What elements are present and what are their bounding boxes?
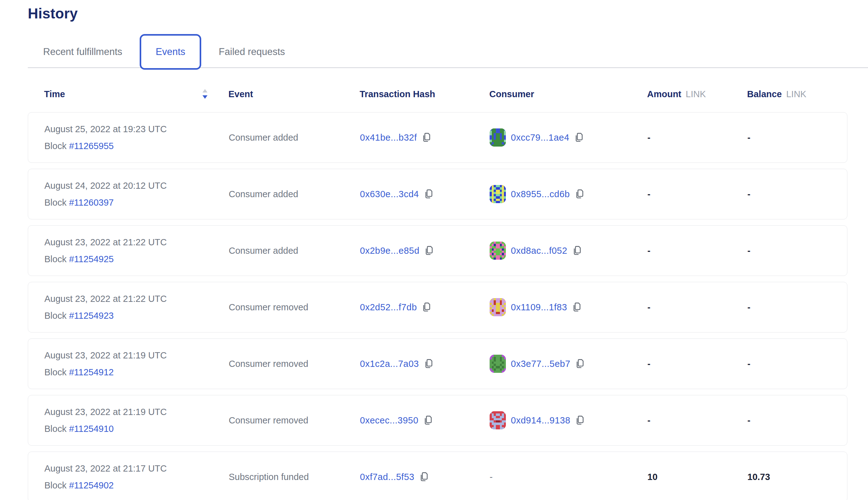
block-number-link[interactable]: #11254923 bbox=[69, 311, 114, 321]
copy-button[interactable] bbox=[419, 471, 429, 482]
event-row: August 23, 2022 at 21:19 UTCBlock #11254… bbox=[28, 339, 847, 389]
event-type-label: Consumer removed bbox=[229, 359, 308, 369]
tab-recent-fulfillments[interactable]: Recent fulfillments bbox=[40, 46, 125, 57]
page-title: History bbox=[28, 5, 868, 22]
row-timestamp: August 25, 2022 at 19:23 UTC bbox=[44, 124, 229, 134]
balance-cell: - bbox=[747, 133, 847, 143]
copy-button[interactable] bbox=[423, 415, 433, 426]
event-header-label: Event bbox=[228, 89, 253, 99]
transaction-hash-link[interactable]: 0xf7ad...5f53 bbox=[360, 472, 414, 482]
amount-cell: - bbox=[648, 189, 747, 200]
block-number-link[interactable]: #11254925 bbox=[69, 254, 114, 264]
balance-value: - bbox=[747, 359, 751, 369]
copy-button[interactable] bbox=[574, 189, 584, 200]
block-number-link[interactable]: #11254912 bbox=[69, 367, 114, 377]
copy-button[interactable] bbox=[575, 415, 585, 426]
consumer-address-link[interactable]: 0x8955...cd6b bbox=[511, 189, 570, 200]
event-type-label: Consumer added bbox=[229, 133, 298, 143]
block-line: Block #11265955 bbox=[44, 141, 229, 151]
copy-button[interactable] bbox=[421, 302, 431, 313]
block-line: Block #11254923 bbox=[44, 311, 229, 321]
time-cell: August 23, 2022 at 21:19 UTCBlock #11254… bbox=[44, 407, 229, 434]
balance-cell: - bbox=[747, 246, 847, 256]
sort-descending-icon[interactable] bbox=[202, 88, 208, 100]
balance-value: - bbox=[747, 415, 751, 425]
time-cell: August 25, 2022 at 19:23 UTCBlock #11265… bbox=[44, 124, 229, 151]
event-cell: Subscription funded bbox=[229, 472, 360, 482]
consumer-cell: 0xd914...9138 bbox=[490, 411, 648, 429]
transaction-hash-link[interactable]: 0xecec...3950 bbox=[360, 415, 418, 425]
consumer-address-link[interactable]: 0xcc79...1ae4 bbox=[511, 133, 569, 143]
block-number-link[interactable]: #11254910 bbox=[69, 424, 114, 434]
consumer-address-link[interactable]: 0x3e77...5eb7 bbox=[511, 359, 570, 369]
transaction-hash-link[interactable]: 0x41be...b32f bbox=[360, 133, 417, 143]
tab-events[interactable]: Events bbox=[140, 34, 201, 70]
balance-unit-label: LINK bbox=[786, 89, 806, 99]
events-table-body: August 25, 2022 at 19:23 UTCBlock #11265… bbox=[28, 112, 868, 500]
copy-button[interactable] bbox=[575, 358, 585, 370]
block-line: Block #11260397 bbox=[44, 197, 229, 208]
column-header-consumer: Consumer bbox=[489, 89, 647, 99]
event-cell: Consumer added bbox=[229, 246, 360, 256]
consumer-identicon bbox=[490, 241, 506, 260]
copy-icon bbox=[419, 471, 429, 482]
consumer-cell: 0xcc79...1ae4 bbox=[490, 128, 648, 147]
copy-icon bbox=[421, 132, 431, 143]
transaction-hash-link[interactable]: 0x2d52...f7db bbox=[360, 302, 417, 312]
consumer-address-link[interactable]: 0xd8ac...f052 bbox=[511, 246, 568, 256]
transaction-hash-link[interactable]: 0x2b9e...e85d bbox=[360, 246, 419, 256]
amount-cell: - bbox=[648, 246, 747, 256]
consumer-identicon bbox=[490, 355, 506, 373]
block-label: Block bbox=[44, 311, 69, 321]
copy-icon bbox=[574, 132, 584, 143]
copy-button[interactable] bbox=[571, 302, 582, 313]
history-section: History Recent fulfillments Events Faile… bbox=[0, 0, 868, 500]
amount-header-label: Amount bbox=[647, 89, 682, 99]
column-header-event: Event bbox=[228, 89, 359, 99]
amount-value: - bbox=[648, 189, 651, 199]
balance-value: - bbox=[747, 246, 751, 255]
block-line: Block #11254902 bbox=[44, 480, 229, 491]
event-type-label: Consumer added bbox=[229, 246, 298, 255]
balance-cell: - bbox=[747, 189, 847, 200]
block-number-link[interactable]: #11260397 bbox=[69, 197, 114, 207]
block-number-link[interactable]: #11254902 bbox=[69, 480, 114, 490]
transaction-hash-link[interactable]: 0x1c2a...7a03 bbox=[360, 359, 419, 369]
time-header-label: Time bbox=[44, 89, 65, 99]
event-row: August 23, 2022 at 21:22 UTCBlock #11254… bbox=[28, 282, 847, 332]
copy-button[interactable] bbox=[424, 245, 434, 256]
row-timestamp: August 24, 2022 at 20:12 UTC bbox=[44, 181, 229, 191]
consumer-identicon bbox=[490, 411, 506, 429]
balance-cell: - bbox=[747, 415, 847, 425]
consumer-address-link[interactable]: 0xd914...9138 bbox=[511, 415, 570, 425]
copy-button[interactable] bbox=[423, 358, 433, 370]
event-cell: Consumer removed bbox=[229, 415, 360, 425]
copy-icon bbox=[574, 189, 584, 200]
copy-button[interactable] bbox=[421, 132, 431, 143]
transaction-hash-cell: 0xf7ad...5f53 bbox=[360, 471, 490, 482]
block-number-link[interactable]: #11265955 bbox=[69, 141, 114, 151]
tab-failed-requests[interactable]: Failed requests bbox=[216, 46, 288, 57]
transaction-hash-cell: 0x2d52...f7db bbox=[360, 302, 490, 313]
balance-value: - bbox=[747, 133, 751, 143]
balance-cell: - bbox=[747, 359, 847, 369]
amount-value: - bbox=[648, 302, 651, 312]
copy-icon bbox=[575, 358, 585, 370]
copy-button[interactable] bbox=[574, 132, 584, 143]
consumer-address-link[interactable]: 0x1109...1f83 bbox=[511, 302, 567, 312]
copy-icon bbox=[575, 415, 585, 426]
event-type-label: Consumer added bbox=[229, 189, 298, 199]
transaction-hash-cell: 0x630e...3cd4 bbox=[360, 189, 490, 200]
transaction-hash-link[interactable]: 0x630e...3cd4 bbox=[360, 189, 419, 200]
column-header-time[interactable]: Time bbox=[44, 88, 228, 100]
transaction-hash-header-label: Transaction Hash bbox=[359, 89, 435, 99]
amount-value: 10 bbox=[648, 472, 658, 482]
copy-button[interactable] bbox=[423, 189, 433, 200]
event-type-label: Consumer removed bbox=[229, 302, 308, 312]
events-table-header: Time Event Transaction Hash Consumer Amo… bbox=[28, 88, 847, 100]
copy-button[interactable] bbox=[572, 245, 582, 256]
balance-value: - bbox=[747, 302, 751, 312]
row-timestamp: August 23, 2022 at 21:22 UTC bbox=[44, 294, 229, 304]
block-label: Block bbox=[44, 480, 69, 490]
consumer-cell: 0x1109...1f83 bbox=[490, 298, 648, 316]
